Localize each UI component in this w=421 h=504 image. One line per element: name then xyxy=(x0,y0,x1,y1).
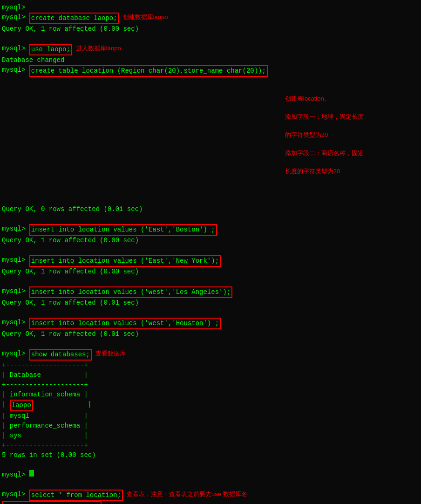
cursor-block xyxy=(29,470,34,477)
loc-border-top: +---------+-------------+ xyxy=(3,502,101,504)
line-ok-boston: Query OK, 1 row affected (0.00 sec) xyxy=(2,236,419,245)
prompt: mysql> xyxy=(2,44,29,54)
blank-3 xyxy=(2,245,419,255)
annotation-use: 进入数据库laopo xyxy=(76,44,121,53)
table-row-info-schema: | information_schema | xyxy=(2,390,419,400)
cmd-show-db: show databases; xyxy=(29,349,92,361)
table-row-sys: | sys | xyxy=(2,431,419,441)
prompt: mysql> xyxy=(2,3,25,13)
prompt: mysql> xyxy=(2,255,29,265)
cmd-insert-boston: insert into location values ('East','Bos… xyxy=(29,224,217,236)
prompt: mysql> xyxy=(2,490,29,499)
blank-1 xyxy=(2,34,419,44)
blank-4 xyxy=(2,277,419,286)
location-table-box: +---------+-------------+ | Region | sto… xyxy=(2,501,102,504)
prompt: mysql> xyxy=(2,13,29,22)
cmd-insert-newyork: insert into location values ('East','New… xyxy=(29,255,221,267)
cmd-create-db: create database laopo; xyxy=(29,13,119,24)
table-border-bot: +--------------------+ xyxy=(2,441,419,450)
line-cursor: mysql> xyxy=(2,470,419,480)
ok-text: Query OK, 1 row affected (0.00 sec) xyxy=(2,24,139,34)
blank-8 xyxy=(2,480,419,490)
blank-2 xyxy=(2,214,419,224)
annotation-show-db: 查看数据库 xyxy=(95,349,126,358)
prompt: mysql> xyxy=(2,224,29,234)
cmd-create-table: create table location (Region char(20),s… xyxy=(29,65,268,77)
line-use: mysql> use laopo;进入数据库laopo xyxy=(2,44,419,55)
line-ok-newyork: Query OK, 1 row affected (0.00 sec) xyxy=(2,267,419,277)
line-ok-houston: Query OK, 1 row affected (0.01 sec) xyxy=(2,329,419,339)
laopo-highlight: laopo xyxy=(10,400,33,411)
table-border-top: +--------------------+ xyxy=(2,361,419,370)
cmd-insert-la: insert into location values ('west','Los… xyxy=(29,286,232,298)
terminal: mysql> mysql> create database laopo;创建数据… xyxy=(0,0,421,504)
line-insert-newyork: mysql> insert into location values ('Eas… xyxy=(2,255,419,267)
line-create-table: mysql> create table location (Region cha… xyxy=(2,65,419,204)
annotation-create-table: 创建表location。 添加字段一：地理，固定长度 的字符类型为20 添加字段… xyxy=(272,85,364,185)
line-5rows: 5 rows in set (0.00 sec) xyxy=(2,450,419,460)
cmd-insert-houston: insert into location values ('west','Hou… xyxy=(29,318,221,329)
db-changed-text: Database changed xyxy=(2,55,64,65)
line-ok-la: Query OK, 1 row affected (0.01 sec) xyxy=(2,298,419,308)
cmd-use: use laopo; xyxy=(29,44,72,55)
annotation-select: 查看表，注意：查看表之前要先use 数据库名 xyxy=(127,490,247,499)
table-row-mysql: | mysql | xyxy=(2,411,419,421)
table-border-mid: +--------------------+ xyxy=(2,380,419,390)
line-insert-la: mysql> insert into location values ('wes… xyxy=(2,286,419,298)
line-2: mysql> create database laopo;创建数据库laopo xyxy=(2,13,419,24)
table-header: | Database | xyxy=(2,370,419,380)
prompt: mysql> xyxy=(2,470,29,480)
line-insert-houston: mysql> insert into location values ('wes… xyxy=(2,318,419,329)
table-row-perf: | performance_schema | xyxy=(2,421,419,431)
blank-5 xyxy=(2,308,419,318)
prompt: mysql> xyxy=(2,318,29,327)
cmd-select: select * from location; xyxy=(29,490,123,501)
prompt: mysql> xyxy=(2,349,29,359)
prompt: mysql> xyxy=(2,65,29,75)
table-row-laopo: | laopo | xyxy=(2,400,419,411)
line-1: mysql> xyxy=(2,3,419,13)
line-show-db: mysql> show databases;查看数据库 xyxy=(2,349,419,361)
line-ok-0rows: Query OK, 0 rows affected (0.01 sec) xyxy=(2,204,419,214)
blank-6 xyxy=(2,339,419,349)
line-db-changed: Database changed xyxy=(2,55,419,65)
line-select: mysql> select * from location;查看表，注意：查看表… xyxy=(2,490,419,501)
blank-7 xyxy=(2,460,419,470)
ok-0rows-text: Query OK, 0 rows affected (0.01 sec) xyxy=(2,204,143,214)
prompt: mysql> xyxy=(2,286,29,296)
line-3: Query OK, 1 row affected (0.00 sec) xyxy=(2,24,419,34)
line-insert-boston: mysql> insert into location values ('Eas… xyxy=(2,224,419,236)
annotation-create-db: 创建数据库laopo xyxy=(123,13,168,22)
